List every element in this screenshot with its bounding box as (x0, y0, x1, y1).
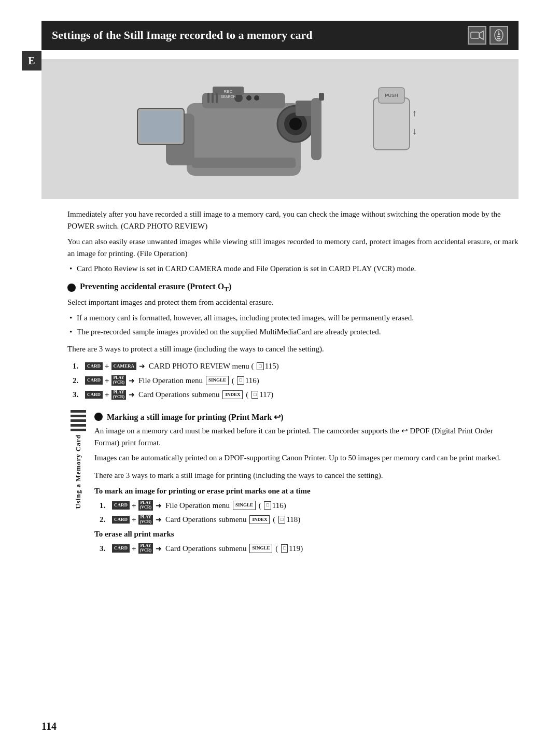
section2-title: Marking a still image for printing (Prin… (107, 412, 284, 422)
svg-rect-22 (207, 93, 209, 103)
left-margin (41, 208, 67, 558)
svg-text:↑: ↑ (412, 108, 417, 118)
num-s2b-3: 3. (100, 543, 108, 555)
plus-s2a-1: + (132, 500, 136, 512)
e-badge-wrapper: E (22, 51, 41, 73)
side-line-3 (71, 419, 86, 422)
play-vcr-badge-2: PLAY(VCR) (111, 375, 127, 386)
section2-numbered-list-a: 1. CARD + PLAY(VCR) ➜ File Operation men… (100, 500, 519, 526)
svg-point-17 (246, 95, 251, 101)
play-vcr-badge-s2a-1: PLAY(VCR) (138, 500, 153, 511)
section1-item1: 1. CARD + CAMERA ➜ CARD PHOTO REVIEW men… (73, 360, 519, 372)
side-line-1 (71, 410, 86, 413)
section2-p1: An image on a memory card must be marked… (94, 425, 519, 449)
arrow-s2b-3: ➜ (156, 543, 162, 554)
e-badge: E (22, 51, 41, 70)
single-badge-s2b-3: SINGLE (249, 544, 272, 553)
item2-paren: ( (230, 375, 236, 387)
title-bar: Settings of the Still Image recorded to … (41, 21, 519, 50)
section2-wrapper: Using a Memory Card Marking a still imag… (67, 405, 519, 559)
section2b-item3: 3. CARD + PLAY(VCR) ➜ Card Operations su… (100, 543, 519, 555)
item1-text: CARD PHOTO REVIEW menu ( (147, 360, 256, 372)
svg-rect-24 (216, 93, 218, 103)
plus-2: + (105, 375, 109, 387)
card-badge-s2a-1: CARD (112, 501, 130, 510)
camera-svg: REC SEARCH PUSH ↑ ↓ (73, 62, 487, 196)
svg-rect-23 (212, 93, 214, 103)
section2-content: Marking a still image for printing (Prin… (94, 405, 519, 559)
svg-rect-5 (497, 36, 500, 37)
section1-bullet2: The pre-recorded sample images provided … (67, 326, 519, 338)
svg-point-10 (289, 118, 302, 130)
s2a-item2-text: Card Operations submenu (163, 514, 248, 526)
svg-rect-11 (202, 93, 285, 108)
plus-1: + (105, 360, 109, 372)
section2-numbered-list-b: 3. CARD + PLAY(VCR) ➜ Card Operations su… (100, 543, 519, 555)
section1-title: Preventing accidental erasure (Protect O… (80, 282, 231, 293)
svg-point-18 (254, 95, 259, 101)
single-badge-2: SINGLE (206, 376, 229, 385)
camcorder-icon (468, 26, 486, 45)
intro-p1: Immediately after you have recorded a st… (67, 208, 519, 233)
svg-rect-28 (373, 98, 410, 150)
arrow-s2a-2: ➜ (156, 514, 162, 525)
svg-point-4 (498, 33, 500, 35)
play-vcr-badge-s2b-3: PLAY(VCR) (138, 543, 153, 554)
intro-bullet1: Card Photo Review is set in CARD CAMERA … (67, 263, 519, 275)
section1-bullet1: If a memory card is formatted, however, … (67, 312, 519, 324)
page-ref-box-2: □ (237, 376, 244, 385)
page-ref-box-s2a-1: □ (264, 501, 271, 510)
page-ref-box-s2b-3: □ (281, 544, 288, 553)
section1-ways-intro: There are 3 ways to protect a still imag… (67, 343, 519, 355)
s2a-item1-pageref: 116) (272, 500, 286, 512)
title-icons (468, 26, 508, 45)
num-2: 2. (73, 375, 81, 387)
svg-rect-6 (497, 38, 500, 39)
main-layout: Immediately after you have recorded a st… (41, 208, 519, 558)
arrow-3: ➜ (129, 389, 135, 400)
side-decoration: Using a Memory Card (67, 410, 89, 509)
section1-item3: 3. CARD + PLAY(VCR) ➜ Card Operations su… (73, 389, 519, 401)
svg-marker-1 (480, 31, 483, 39)
section2-bold-header: To mark an image for printing or erase p… (94, 487, 519, 496)
card-badge-s2b-3: CARD (112, 544, 130, 553)
side-rotated-text: Using a Memory Card (74, 434, 82, 509)
card-badge-2: CARD (85, 376, 103, 385)
svg-rect-25 (311, 98, 321, 160)
svg-text:REC: REC (224, 89, 233, 94)
section2-p2: Images can be automatically printed on a… (94, 452, 519, 464)
s2b-item3-pageref: 119) (289, 543, 303, 555)
section2-ways-intro: There are 3 ways to mark a still image f… (94, 470, 519, 482)
side-line-2 (71, 415, 86, 417)
section1-item2: 2. CARD + PLAY(VCR) ➜ File Operation men… (73, 375, 519, 387)
side-line-4 (71, 424, 86, 427)
s2a-item1-text: File Operation menu (163, 500, 232, 512)
section1-intro: Select important images and protect them… (67, 297, 519, 338)
num-s2a-1: 1. (100, 500, 108, 512)
page-ref-box-3: □ (251, 391, 258, 399)
arrow-2: ➜ (129, 375, 135, 386)
page-ref-box-s2a-2: □ (278, 516, 285, 524)
section1-dot (67, 284, 76, 292)
camera-image: REC SEARCH PUSH ↑ ↓ (41, 59, 519, 199)
page-number: 114 (41, 721, 57, 732)
page-title: Settings of the Still Image recorded to … (52, 29, 468, 42)
play-vcr-badge-3: PLAY(VCR) (111, 390, 127, 400)
page-ref-box-1: □ (257, 362, 263, 371)
section2-header: Marking a still image for printing (Prin… (94, 412, 519, 422)
play-vcr-badge-s2a-2: PLAY(VCR) (138, 515, 153, 525)
num-1: 1. (73, 360, 81, 372)
svg-text:SEARCH: SEARCH (220, 95, 235, 98)
s2b-item3-text: Card Operations submenu (163, 543, 248, 555)
card-badge-s2a-2: CARD (112, 516, 130, 524)
plus-s2b-3: + (132, 543, 136, 555)
num-3: 3. (73, 389, 81, 401)
s2b-item3-paren: ( (273, 543, 280, 555)
item3-text: Card Operations submenu (136, 389, 221, 401)
card-badge-3: CARD (85, 391, 103, 399)
svg-rect-27 (192, 158, 296, 168)
single-badge-s2a-1: SINGLE (233, 501, 256, 510)
side-line-5 (71, 429, 86, 431)
item2-pageref: 116) (245, 375, 259, 387)
index-badge-s2a-2: INDEX (249, 515, 270, 525)
